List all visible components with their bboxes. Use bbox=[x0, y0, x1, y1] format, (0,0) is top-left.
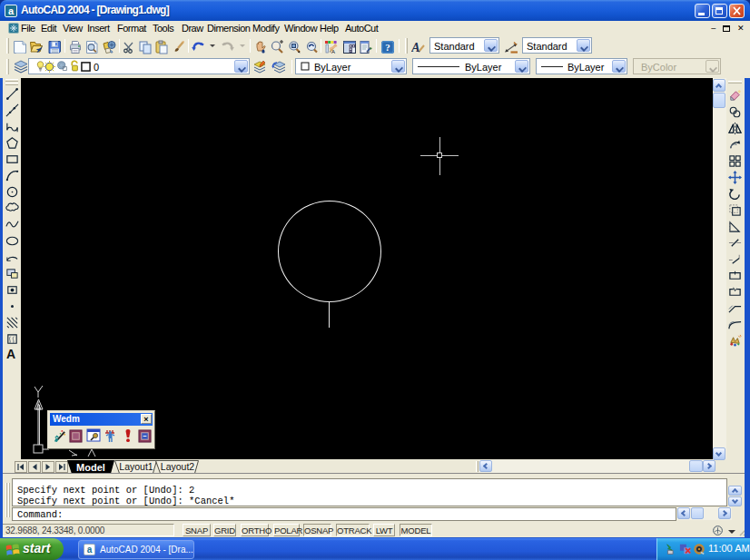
svg-text:Model: Model bbox=[76, 462, 105, 473]
svg-text:Layout2: Layout2 bbox=[161, 461, 195, 472]
svg-text:?: ? bbox=[385, 42, 390, 53]
svg-text:Layout1: Layout1 bbox=[119, 461, 153, 472]
svg-text:A: A bbox=[411, 41, 420, 54]
svg-text:A: A bbox=[331, 49, 335, 54]
